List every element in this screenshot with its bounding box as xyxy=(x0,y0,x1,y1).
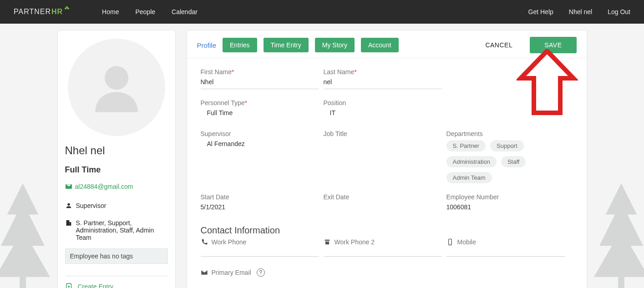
svg-point-4 xyxy=(66,6,68,8)
nav-calendar[interactable]: Calendar xyxy=(172,8,198,15)
sidebar-person-type: Full Time xyxy=(65,165,168,175)
department-chip[interactable]: Support xyxy=(490,140,524,152)
primary-email-label: Primary Email xyxy=(212,269,251,276)
job-title-input[interactable] xyxy=(324,137,442,151)
tab-entries[interactable]: Entries xyxy=(223,38,257,52)
field-employee-number: Employee Number 1006081 xyxy=(446,193,573,211)
create-entry-label: Create Entry xyxy=(78,283,114,288)
field-mobile: Mobile xyxy=(446,238,565,257)
person-icon xyxy=(65,202,72,209)
nav-people[interactable]: People xyxy=(135,8,155,15)
exit-date-value[interactable] xyxy=(324,201,442,203)
field-work-phone: Work Phone xyxy=(201,238,319,257)
contact-section-title: Contact Information xyxy=(201,225,573,236)
personnel-type-select[interactable]: Full Time xyxy=(201,106,319,120)
cancel-button[interactable]: CANCEL xyxy=(485,41,512,49)
brand-people-icon xyxy=(64,6,70,12)
brand-logo: PARTNERHR xyxy=(14,8,70,16)
brand-part1: PARTNER xyxy=(14,8,51,16)
job-title-label: Job Title xyxy=(324,130,442,137)
topbar: PARTNERHR Home People Calendar Get Help … xyxy=(0,0,644,24)
field-departments: Departments S. Partner Support Administr… xyxy=(446,130,573,183)
nav-get-help[interactable]: Get Help xyxy=(528,8,553,15)
phone-icon xyxy=(201,238,208,246)
field-exit-date: Exit Date xyxy=(324,193,442,211)
sidebar-person-name: Nhel nel xyxy=(65,144,168,157)
nav-logout[interactable]: Log Out xyxy=(608,8,630,15)
last-name-input[interactable]: nel xyxy=(324,76,442,89)
first-name-label: First Name xyxy=(201,68,232,76)
tab-my-story[interactable]: My Story xyxy=(315,38,355,52)
sidebar-departments-text: S. Partner, Support, Administration, Sta… xyxy=(76,219,168,241)
top-right-nav: Get Help Nhel nel Log Out xyxy=(528,8,630,15)
last-name-label: Last Name xyxy=(324,68,355,76)
note-plus-icon xyxy=(65,283,73,288)
departments-label: Departments xyxy=(446,130,573,137)
tabs-row: Profile Entries Time Entry My Story Acco… xyxy=(187,30,587,58)
profile-sidebar-card: Nhel nel Full Time al24884@gmail.com Sup… xyxy=(57,30,176,288)
desk-phone-icon xyxy=(324,238,331,246)
position-label: Position xyxy=(324,99,442,106)
envelope-icon xyxy=(65,183,72,190)
avatar-placeholder xyxy=(68,39,165,136)
help-icon[interactable]: ? xyxy=(257,268,265,277)
svg-point-11 xyxy=(450,244,450,244)
field-start-date: Start Date 5/1/2021 xyxy=(201,193,319,211)
sidebar-email-link[interactable]: al24884@gmail.com xyxy=(75,183,133,190)
svg-point-5 xyxy=(105,66,128,90)
nav-user-name[interactable]: Nhel nel xyxy=(569,8,592,15)
svg-rect-8 xyxy=(69,222,71,226)
exit-date-label: Exit Date xyxy=(324,193,442,201)
mobile-label: Mobile xyxy=(457,238,476,246)
primary-nav: Home People Calendar xyxy=(102,8,198,15)
employee-number-label: Employee Number xyxy=(446,193,573,201)
field-last-name: Last Name* nel xyxy=(324,68,442,89)
supervisor-label: Supervisor xyxy=(201,130,319,137)
sidebar-supervisor-label: Supervisor xyxy=(76,202,106,209)
svg-point-6 xyxy=(67,203,70,206)
start-date-label: Start Date xyxy=(201,193,319,201)
envelope-icon xyxy=(201,269,208,276)
nav-home[interactable]: Home xyxy=(102,8,119,15)
mobile-icon xyxy=(446,238,454,246)
tab-time-entry[interactable]: Time Entry xyxy=(264,38,309,52)
field-primary-email: Primary Email ? xyxy=(201,268,319,277)
department-chip[interactable]: S. Partner xyxy=(446,140,486,152)
mobile-input[interactable] xyxy=(446,246,565,257)
work-phone-2-label: Work Phone 2 xyxy=(335,238,375,246)
personnel-type-label: Personnel Type xyxy=(201,99,245,106)
sidebar-divider xyxy=(65,276,168,276)
work-phone-input[interactable] xyxy=(201,246,319,257)
department-chip[interactable]: Administration xyxy=(446,156,497,167)
tab-profile[interactable]: Profile xyxy=(197,40,217,51)
field-first-name: First Name* Nhel xyxy=(201,68,319,89)
first-name-input[interactable]: Nhel xyxy=(201,76,319,89)
field-position: Position IT xyxy=(324,99,442,120)
employee-number-value: 1006081 xyxy=(446,201,573,211)
create-entry-link[interactable]: Create Entry xyxy=(65,283,168,288)
departments-chips[interactable]: S. Partner Support Administration Staff … xyxy=(446,140,573,183)
department-chip[interactable]: Admin Team xyxy=(446,172,492,183)
supervisor-select[interactable]: Al Fernandez xyxy=(201,137,319,151)
field-supervisor: Supervisor Al Fernandez xyxy=(201,130,319,183)
start-date-value[interactable]: 5/1/2021 xyxy=(201,201,319,211)
brand-part2: HR xyxy=(51,8,63,16)
work-phone-label: Work Phone xyxy=(212,238,247,246)
tags-empty-box: Employee has no tags xyxy=(65,248,168,264)
field-job-title: Job Title xyxy=(324,130,442,183)
field-work-phone-2: Work Phone 2 xyxy=(324,238,442,257)
field-personnel-type: Personnel Type* Full Time xyxy=(201,99,319,120)
position-select[interactable]: IT xyxy=(324,106,442,120)
svg-rect-7 xyxy=(66,220,69,226)
tab-account[interactable]: Account xyxy=(361,38,399,52)
work-phone-2-input[interactable] xyxy=(324,246,442,257)
save-button[interactable]: SAVE xyxy=(530,37,576,53)
main-panel: Profile Entries Time Entry My Story Acco… xyxy=(187,30,587,288)
department-chip[interactable]: Staff xyxy=(501,156,526,167)
building-icon xyxy=(65,219,72,227)
